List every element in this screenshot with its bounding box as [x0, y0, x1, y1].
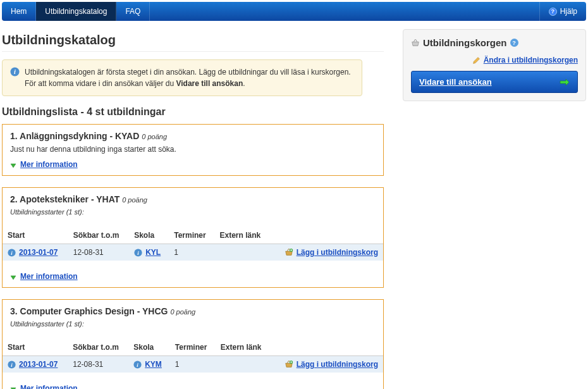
svg-marker-2: [11, 164, 16, 168]
more-info-link[interactable]: Mer information: [20, 160, 78, 169]
start-date-link[interactable]: 2013-01-07: [19, 248, 58, 257]
sokbar-cell: 12-08-31: [68, 356, 128, 373]
col-terminer: Terminer: [170, 339, 216, 356]
top-nav: Hem Utbildningskatalog FAQ ? Hjälp: [2, 2, 586, 21]
svg-text:i: i: [14, 68, 16, 75]
col-sokbar: Sökbar t.o.m: [68, 339, 128, 356]
sokbar-cell: 12-08-31: [68, 244, 129, 261]
nav-help[interactable]: ? Hjälp: [539, 2, 586, 21]
course-title: 1. Anläggningsdykning - KYAD 0 poäng: [10, 131, 376, 141]
info-icon: i: [8, 361, 16, 369]
info-notice-text: Utbildningskatalogen är första steget i …: [25, 66, 354, 89]
col-skola: Skola: [129, 227, 169, 244]
starts-table: Start Sökbar t.o.m Skola Terminer Extern…: [3, 339, 383, 373]
proceed-button[interactable]: Vidare till ansökan: [411, 71, 578, 93]
col-extern: Extern länk: [216, 339, 271, 356]
col-extern: Extern länk: [215, 227, 271, 244]
starts-table: Start Sökbar t.o.m Skola Terminer Extern…: [3, 227, 383, 261]
info-icon: i: [133, 361, 142, 369]
basket-title-text: Utbildningskorgen: [423, 37, 507, 48]
table-row: i 2013-01-07 12-08-31 i KYL 1: [3, 244, 383, 261]
course-card: 3. Computer Graphics Design - YHCG 0 poä…: [2, 299, 384, 389]
arrow-right-icon: [560, 78, 570, 86]
starts-subheading: Utbildningsstarter (1 st):: [10, 208, 376, 216]
add-to-basket-link[interactable]: Lägg i utbildningskorg: [297, 248, 378, 257]
help-icon[interactable]: ?: [510, 39, 518, 47]
starts-subheading: Utbildningsstarter (1 st):: [10, 320, 376, 328]
more-info-link[interactable]: Mer information: [20, 384, 78, 389]
arrow-down-icon: [10, 273, 16, 280]
course-card: 2. Apotekstekniker - YHAT 0 poäng Utbild…: [2, 187, 384, 288]
edit-basket-link[interactable]: Ändra i utbildningskorgen: [484, 56, 578, 65]
nav-help-label: Hjälp: [560, 7, 577, 16]
col-sokbar: Sökbar t.o.m: [68, 227, 129, 244]
help-icon: ?: [549, 8, 557, 16]
info-icon: i: [10, 67, 20, 77]
pencil-icon: [472, 56, 481, 65]
col-terminer: Terminer: [169, 227, 214, 244]
col-start: Start: [3, 227, 68, 244]
col-start: Start: [3, 339, 68, 356]
info-icon: i: [134, 249, 142, 257]
arrow-down-icon: [10, 385, 16, 389]
info-text-post: .: [243, 79, 245, 88]
info-notice: i Utbildningskatalogen är första steget …: [2, 59, 362, 96]
svg-marker-8: [11, 276, 16, 280]
course-title: 2. Apotekstekniker - YHAT 0 poäng: [10, 194, 376, 204]
proceed-label: Vidare till ansökan: [419, 77, 492, 87]
basket-icon: [285, 360, 293, 369]
terminer-cell: 1: [170, 356, 216, 373]
more-info-link[interactable]: Mer information: [20, 272, 78, 281]
arrow-down-icon: [10, 161, 16, 168]
no-starts-msg: Just nu har denna utbildning inga starte…: [10, 145, 376, 154]
table-row: i 2013-01-07 12-08-31 i KYM 1: [3, 356, 383, 373]
course-card: 1. Anläggningsdykning - KYAD 0 poäng Jus…: [2, 124, 384, 176]
nav-home[interactable]: Hem: [2, 2, 36, 21]
basket-panel: Utbildningskorgen ? Ändra i utbildningsk…: [403, 29, 586, 101]
basket-icon: [411, 39, 420, 47]
info-text-bold: Vidare till ansökan: [176, 79, 243, 88]
basket-title: Utbildningskorgen ?: [411, 37, 578, 48]
add-to-basket-link[interactable]: Lägg i utbildningskorg: [297, 360, 378, 369]
nav-catalog[interactable]: Utbildningskatalog: [36, 2, 116, 21]
school-link[interactable]: KYM: [145, 360, 162, 369]
page-title: Utbildningskatalog: [2, 33, 384, 52]
info-icon: i: [8, 249, 16, 257]
school-link[interactable]: KYL: [145, 248, 161, 257]
list-heading: Utbildningslista - 4 st utbildningar: [2, 106, 384, 118]
col-skola: Skola: [128, 339, 170, 356]
nav-faq[interactable]: FAQ: [116, 2, 150, 21]
course-title: 3. Computer Graphics Design - YHCG 0 poä…: [10, 306, 376, 316]
start-date-link[interactable]: 2013-01-07: [19, 360, 58, 369]
basket-icon: [285, 248, 293, 257]
terminer-cell: 1: [169, 244, 214, 261]
